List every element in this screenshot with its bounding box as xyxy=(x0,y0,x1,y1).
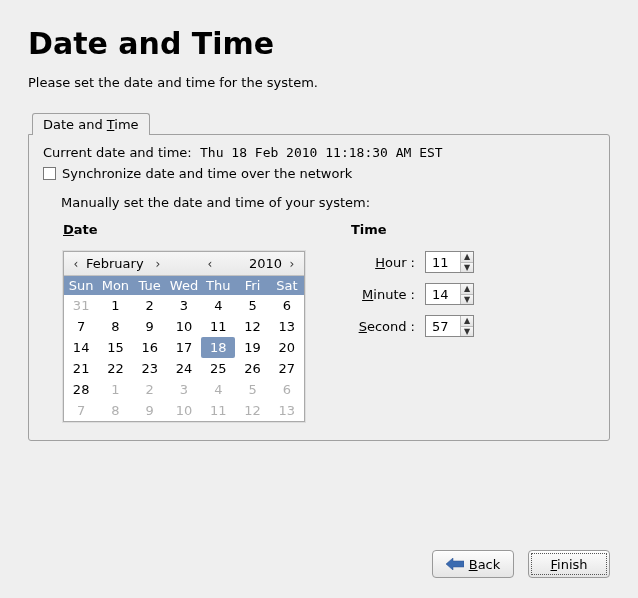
back-button[interactable]: Back xyxy=(432,550,514,578)
hour-down[interactable]: ▼ xyxy=(461,263,473,273)
time-section-label: Time xyxy=(351,222,595,237)
calendar-day[interactable]: 16 xyxy=(133,337,167,358)
calendar-dow-header: Thu xyxy=(201,276,235,295)
calendar-day[interactable]: 5 xyxy=(235,379,269,400)
calendar-day[interactable]: 13 xyxy=(270,400,304,421)
page-subtitle: Please set the date and time for the sys… xyxy=(28,75,610,90)
sync-network-label: Synchronize date and time over the netwo… xyxy=(62,166,352,181)
calendar-day[interactable]: 7 xyxy=(64,316,98,337)
calendar-day[interactable]: 15 xyxy=(98,337,132,358)
finish-button-label: Finish xyxy=(550,557,587,572)
hour-input[interactable] xyxy=(426,252,460,272)
calendar-day[interactable]: 8 xyxy=(98,400,132,421)
calendar-day[interactable]: 1 xyxy=(98,295,132,316)
minute-spinner[interactable]: ▲ ▼ xyxy=(425,283,474,305)
calendar-day[interactable]: 3 xyxy=(167,295,201,316)
calendar-dow-header: Mon xyxy=(98,276,132,295)
calendar-day[interactable]: 8 xyxy=(98,316,132,337)
second-down[interactable]: ▼ xyxy=(461,327,473,337)
manual-set-label: Manually set the date and time of your s… xyxy=(61,195,595,210)
calendar-next-year[interactable]: › xyxy=(286,257,298,271)
calendar-day[interactable]: 21 xyxy=(64,358,98,379)
calendar-day[interactable]: 4 xyxy=(201,379,235,400)
back-button-label: Back xyxy=(469,557,501,572)
calendar-dow-header: Wed xyxy=(167,276,201,295)
calendar-prev-year[interactable]: ‹ xyxy=(204,257,216,271)
minute-label: Minute : xyxy=(351,287,415,302)
calendar-day[interactable]: 2 xyxy=(133,379,167,400)
calendar-day[interactable]: 6 xyxy=(270,295,304,316)
calendar-day[interactable]: 11 xyxy=(201,400,235,421)
calendar-month-label[interactable]: February xyxy=(82,256,152,271)
svg-marker-0 xyxy=(446,558,464,570)
calendar-day[interactable]: 10 xyxy=(167,316,201,337)
calendar-day[interactable]: 1 xyxy=(98,379,132,400)
calendar-day[interactable]: 4 xyxy=(201,295,235,316)
calendar-dow-header: Sun xyxy=(64,276,98,295)
calendar-day[interactable]: 6 xyxy=(270,379,304,400)
hour-up[interactable]: ▲ xyxy=(461,252,473,263)
calendar-day[interactable]: 14 xyxy=(64,337,98,358)
finish-button[interactable]: Finish xyxy=(528,550,610,578)
current-time-value: Thu 18 Feb 2010 11:18:30 AM EST xyxy=(200,145,443,160)
sync-network-row[interactable]: Synchronize date and time over the netwo… xyxy=(43,166,595,181)
calendar-day[interactable]: 20 xyxy=(270,337,304,358)
calendar-day[interactable]: 23 xyxy=(133,358,167,379)
minute-down[interactable]: ▼ xyxy=(461,295,473,305)
calendar-day[interactable]: 24 xyxy=(167,358,201,379)
calendar-day[interactable]: 12 xyxy=(235,316,269,337)
calendar-day[interactable]: 10 xyxy=(167,400,201,421)
minute-input[interactable] xyxy=(426,284,460,304)
calendar-prev-month[interactable]: ‹ xyxy=(70,257,82,271)
calendar-grid: SunMonTueWedThuFriSat 311234567891011121… xyxy=(64,276,304,421)
minute-up[interactable]: ▲ xyxy=(461,284,473,295)
back-arrow-icon xyxy=(446,558,464,570)
calendar-day[interactable]: 17 xyxy=(167,337,201,358)
calendar-day[interactable]: 26 xyxy=(235,358,269,379)
calendar-next-month[interactable]: › xyxy=(152,257,164,271)
calendar-day[interactable]: 28 xyxy=(64,379,98,400)
calendar-day[interactable]: 19 xyxy=(235,337,269,358)
current-time-label: Current date and time: xyxy=(43,145,192,160)
calendar-day[interactable]: 12 xyxy=(235,400,269,421)
calendar-dow-header: Sat xyxy=(270,276,304,295)
calendar-day[interactable]: 31 xyxy=(64,295,98,316)
calendar-day[interactable]: 9 xyxy=(133,400,167,421)
hour-label: Hour : xyxy=(351,255,415,270)
calendar-day[interactable]: 11 xyxy=(201,316,235,337)
calendar: ‹ February › ‹ 2010 › SunMonTueWedThuFri… xyxy=(63,251,305,422)
calendar-year-label[interactable]: 2010 xyxy=(216,256,286,271)
second-label: Second : xyxy=(351,319,415,334)
hour-spinner[interactable]: ▲ ▼ xyxy=(425,251,474,273)
second-spinner[interactable]: ▲ ▼ xyxy=(425,315,474,337)
calendar-day[interactable]: 9 xyxy=(133,316,167,337)
page-title: Date and Time xyxy=(28,26,610,61)
calendar-day[interactable]: 2 xyxy=(133,295,167,316)
calendar-dow-header: Fri xyxy=(235,276,269,295)
calendar-day[interactable]: 7 xyxy=(64,400,98,421)
calendar-day[interactable]: 3 xyxy=(167,379,201,400)
calendar-day[interactable]: 27 xyxy=(270,358,304,379)
calendar-day[interactable]: 5 xyxy=(235,295,269,316)
calendar-day[interactable]: 13 xyxy=(270,316,304,337)
sync-network-checkbox[interactable] xyxy=(43,167,56,180)
calendar-dow-header: Tue xyxy=(133,276,167,295)
tab-date-and-time[interactable]: Date and Time xyxy=(32,113,150,135)
date-section-label: Date xyxy=(63,222,305,237)
second-up[interactable]: ▲ xyxy=(461,316,473,327)
second-input[interactable] xyxy=(426,316,460,336)
calendar-day[interactable]: 25 xyxy=(201,358,235,379)
tab-panel-date-and-time: Current date and time: Thu 18 Feb 2010 1… xyxy=(28,134,610,441)
calendar-day[interactable]: 18 xyxy=(201,337,235,358)
calendar-day[interactable]: 22 xyxy=(98,358,132,379)
